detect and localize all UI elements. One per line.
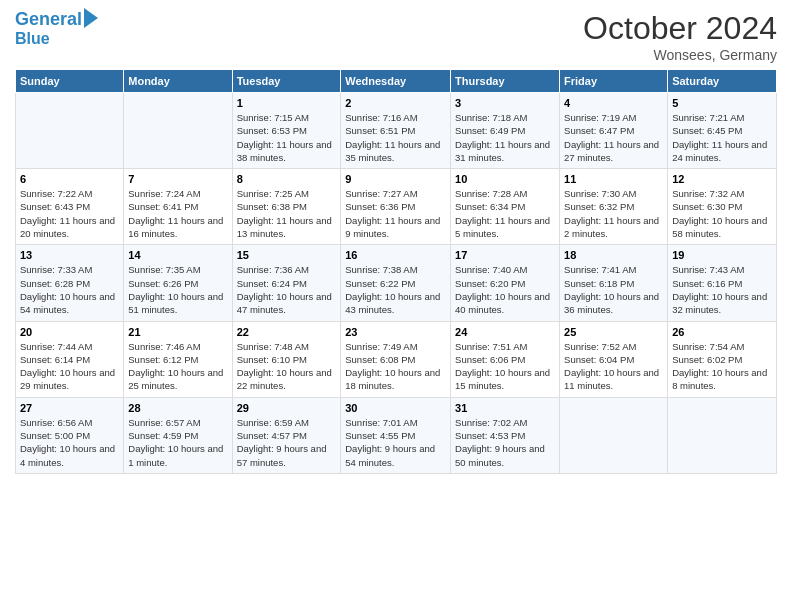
day-number: 15 — [237, 249, 337, 261]
day-info: Sunrise: 7:54 AM Sunset: 6:02 PM Dayligh… — [672, 340, 772, 393]
daylight-text: Daylight: 10 hours and 1 minute. — [128, 443, 223, 467]
sunrise-text: Sunrise: 7:43 AM — [672, 264, 744, 275]
day-number: 6 — [20, 173, 119, 185]
day-info: Sunrise: 7:36 AM Sunset: 6:24 PM Dayligh… — [237, 263, 337, 316]
day-info: Sunrise: 7:40 AM Sunset: 6:20 PM Dayligh… — [455, 263, 555, 316]
daylight-text: Daylight: 9 hours and 54 minutes. — [345, 443, 435, 467]
logo-blue-text: Blue — [15, 30, 50, 48]
day-info: Sunrise: 7:02 AM Sunset: 4:53 PM Dayligh… — [455, 416, 555, 469]
calendar-cell: 28 Sunrise: 6:57 AM Sunset: 4:59 PM Dayl… — [124, 397, 232, 473]
sunrise-text: Sunrise: 7:48 AM — [237, 341, 309, 352]
calendar-week-row: 6 Sunrise: 7:22 AM Sunset: 6:43 PM Dayli… — [16, 169, 777, 245]
day-info: Sunrise: 7:41 AM Sunset: 6:18 PM Dayligh… — [564, 263, 663, 316]
calendar-cell: 1 Sunrise: 7:15 AM Sunset: 6:53 PM Dayli… — [232, 93, 341, 169]
calendar-cell: 27 Sunrise: 6:56 AM Sunset: 5:00 PM Dayl… — [16, 397, 124, 473]
day-of-week-header: Saturday — [668, 70, 777, 93]
calendar-cell: 13 Sunrise: 7:33 AM Sunset: 6:28 PM Dayl… — [16, 245, 124, 321]
day-info: Sunrise: 7:35 AM Sunset: 6:26 PM Dayligh… — [128, 263, 227, 316]
sunset-text: Sunset: 6:24 PM — [237, 278, 307, 289]
day-number: 28 — [128, 402, 227, 414]
daylight-text: Daylight: 11 hours and 27 minutes. — [564, 139, 659, 163]
calendar-cell: 8 Sunrise: 7:25 AM Sunset: 6:38 PM Dayli… — [232, 169, 341, 245]
calendar-week-row: 20 Sunrise: 7:44 AM Sunset: 6:14 PM Dayl… — [16, 321, 777, 397]
sunrise-text: Sunrise: 7:33 AM — [20, 264, 92, 275]
sunset-text: Sunset: 4:59 PM — [128, 430, 198, 441]
daylight-text: Daylight: 11 hours and 9 minutes. — [345, 215, 440, 239]
header: General Blue October 2024 Wonsees, Germa… — [15, 10, 777, 63]
day-number: 18 — [564, 249, 663, 261]
day-info: Sunrise: 7:27 AM Sunset: 6:36 PM Dayligh… — [345, 187, 446, 240]
day-info: Sunrise: 6:57 AM Sunset: 4:59 PM Dayligh… — [128, 416, 227, 469]
daylight-text: Daylight: 10 hours and 25 minutes. — [128, 367, 223, 391]
sunrise-text: Sunrise: 7:01 AM — [345, 417, 417, 428]
day-number: 10 — [455, 173, 555, 185]
day-number: 24 — [455, 326, 555, 338]
calendar-page: General Blue October 2024 Wonsees, Germa… — [0, 0, 792, 612]
sunrise-text: Sunrise: 7:28 AM — [455, 188, 527, 199]
daylight-text: Daylight: 10 hours and 8 minutes. — [672, 367, 767, 391]
sunset-text: Sunset: 6:30 PM — [672, 201, 742, 212]
day-number: 4 — [564, 97, 663, 109]
sunset-text: Sunset: 6:28 PM — [20, 278, 90, 289]
calendar-cell: 9 Sunrise: 7:27 AM Sunset: 6:36 PM Dayli… — [341, 169, 451, 245]
daylight-text: Daylight: 10 hours and 58 minutes. — [672, 215, 767, 239]
day-of-week-header: Friday — [560, 70, 668, 93]
sunrise-text: Sunrise: 7:27 AM — [345, 188, 417, 199]
calendar-week-row: 27 Sunrise: 6:56 AM Sunset: 5:00 PM Dayl… — [16, 397, 777, 473]
day-info: Sunrise: 7:51 AM Sunset: 6:06 PM Dayligh… — [455, 340, 555, 393]
daylight-text: Daylight: 11 hours and 31 minutes. — [455, 139, 550, 163]
day-number: 19 — [672, 249, 772, 261]
calendar-cell — [124, 93, 232, 169]
calendar-cell: 26 Sunrise: 7:54 AM Sunset: 6:02 PM Dayl… — [668, 321, 777, 397]
calendar-cell: 25 Sunrise: 7:52 AM Sunset: 6:04 PM Dayl… — [560, 321, 668, 397]
daylight-text: Daylight: 11 hours and 16 minutes. — [128, 215, 223, 239]
day-number: 26 — [672, 326, 772, 338]
daylight-text: Daylight: 10 hours and 11 minutes. — [564, 367, 659, 391]
daylight-text: Daylight: 11 hours and 38 minutes. — [237, 139, 332, 163]
sunset-text: Sunset: 6:22 PM — [345, 278, 415, 289]
logo-text: General — [15, 10, 82, 30]
day-of-week-header: Sunday — [16, 70, 124, 93]
sunset-text: Sunset: 6:51 PM — [345, 125, 415, 136]
day-number: 27 — [20, 402, 119, 414]
daylight-text: Daylight: 11 hours and 35 minutes. — [345, 139, 440, 163]
day-info: Sunrise: 7:15 AM Sunset: 6:53 PM Dayligh… — [237, 111, 337, 164]
day-of-week-header: Tuesday — [232, 70, 341, 93]
daylight-text: Daylight: 10 hours and 22 minutes. — [237, 367, 332, 391]
day-number: 8 — [237, 173, 337, 185]
day-number: 20 — [20, 326, 119, 338]
calendar-cell: 14 Sunrise: 7:35 AM Sunset: 6:26 PM Dayl… — [124, 245, 232, 321]
day-number: 21 — [128, 326, 227, 338]
sunset-text: Sunset: 6:34 PM — [455, 201, 525, 212]
day-info: Sunrise: 7:25 AM Sunset: 6:38 PM Dayligh… — [237, 187, 337, 240]
calendar-cell: 21 Sunrise: 7:46 AM Sunset: 6:12 PM Dayl… — [124, 321, 232, 397]
sunset-text: Sunset: 6:02 PM — [672, 354, 742, 365]
sunset-text: Sunset: 4:57 PM — [237, 430, 307, 441]
day-number: 1 — [237, 97, 337, 109]
sunset-text: Sunset: 6:45 PM — [672, 125, 742, 136]
day-number: 7 — [128, 173, 227, 185]
day-info: Sunrise: 7:16 AM Sunset: 6:51 PM Dayligh… — [345, 111, 446, 164]
calendar-week-row: 13 Sunrise: 7:33 AM Sunset: 6:28 PM Dayl… — [16, 245, 777, 321]
calendar-cell — [560, 397, 668, 473]
day-info: Sunrise: 7:46 AM Sunset: 6:12 PM Dayligh… — [128, 340, 227, 393]
day-info: Sunrise: 7:22 AM Sunset: 6:43 PM Dayligh… — [20, 187, 119, 240]
sunrise-text: Sunrise: 7:51 AM — [455, 341, 527, 352]
daylight-text: Daylight: 10 hours and 32 minutes. — [672, 291, 767, 315]
sunrise-text: Sunrise: 7:54 AM — [672, 341, 744, 352]
daylight-text: Daylight: 11 hours and 5 minutes. — [455, 215, 550, 239]
day-number: 16 — [345, 249, 446, 261]
calendar-cell: 22 Sunrise: 7:48 AM Sunset: 6:10 PM Dayl… — [232, 321, 341, 397]
day-info: Sunrise: 7:44 AM Sunset: 6:14 PM Dayligh… — [20, 340, 119, 393]
daylight-text: Daylight: 11 hours and 24 minutes. — [672, 139, 767, 163]
sunset-text: Sunset: 6:43 PM — [20, 201, 90, 212]
sunrise-text: Sunrise: 6:56 AM — [20, 417, 92, 428]
sunrise-text: Sunrise: 7:52 AM — [564, 341, 636, 352]
daylight-text: Daylight: 9 hours and 57 minutes. — [237, 443, 327, 467]
day-info: Sunrise: 7:43 AM Sunset: 6:16 PM Dayligh… — [672, 263, 772, 316]
sunset-text: Sunset: 6:10 PM — [237, 354, 307, 365]
day-of-week-header: Monday — [124, 70, 232, 93]
day-info: Sunrise: 7:18 AM Sunset: 6:49 PM Dayligh… — [455, 111, 555, 164]
sunrise-text: Sunrise: 7:41 AM — [564, 264, 636, 275]
sunset-text: Sunset: 6:06 PM — [455, 354, 525, 365]
